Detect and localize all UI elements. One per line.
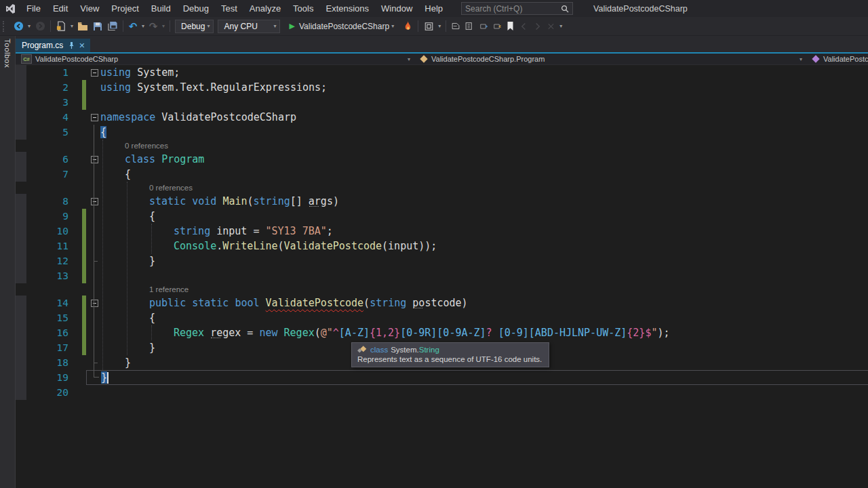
search-icon[interactable]: [561, 5, 569, 13]
collapse-toggle-icon[interactable]: [91, 300, 98, 307]
code-line-12[interactable]: 12}: [16, 253, 868, 268]
line-number[interactable]: 1: [26, 65, 68, 80]
tab-program-cs[interactable]: Program.cs ✕: [16, 39, 90, 52]
codelens-references[interactable]: 1 reference: [16, 283, 868, 296]
code-text[interactable]: public static bool ValidatePostcode(stri…: [99, 296, 468, 310]
search-box[interactable]: Search (Ctrl+Q): [461, 2, 573, 15]
code-line-10[interactable]: 10string input = "SY13 7BA";: [16, 224, 868, 239]
next-bookmark-button[interactable]: [530, 20, 544, 33]
code-editor[interactable]: 1using System;2using System.Text.Regular…: [16, 65, 868, 488]
code-text[interactable]: }: [99, 355, 131, 370]
code-text[interactable]: static void Main(string[] args): [99, 194, 339, 209]
line-number[interactable]: 2: [26, 80, 68, 95]
breakpoint-margin[interactable]: [16, 167, 26, 182]
start-debugging-button[interactable]: ▶ ValidatePostcodeCSharp ▾: [288, 19, 397, 34]
code-line-7[interactable]: 7{: [16, 167, 868, 182]
fold-margin[interactable]: [90, 198, 99, 205]
code-text[interactable]: string input = "SY13 7BA";: [99, 224, 333, 239]
chevron-down-icon[interactable]: ▾: [408, 56, 414, 62]
line-number[interactable]: 19: [26, 370, 68, 385]
toolbox-panel-tab[interactable]: Toolbox: [0, 36, 16, 488]
code-line-4[interactable]: 4namespace ValidatePostcodeCSharp: [16, 110, 868, 125]
codelens-references[interactable]: 0 references: [16, 140, 868, 152]
fold-margin[interactable]: [90, 69, 99, 77]
breakpoint-margin[interactable]: [16, 95, 26, 110]
code-text[interactable]: using System.Text.RegularExpressions;: [99, 80, 327, 95]
code-text[interactable]: Regex regex = new Regex(@"^[A-Z]{1,2}[0-…: [99, 325, 670, 340]
code-line-15[interactable]: 15{: [16, 310, 868, 325]
breakpoint-margin[interactable]: [16, 80, 26, 95]
toggle-bookmark-button[interactable]: [503, 20, 517, 33]
line-number[interactable]: 17: [26, 340, 68, 355]
new-file-dropdown-icon[interactable]: ▾: [68, 23, 75, 29]
line-number[interactable]: 13: [26, 268, 68, 283]
code-line-8[interactable]: 8static void Main(string[] args): [16, 194, 868, 209]
collapse-toggle-icon[interactable]: [91, 156, 98, 163]
menu-test[interactable]: Test: [215, 0, 243, 17]
chevron-down-icon[interactable]: ▾: [800, 56, 806, 62]
line-number[interactable]: 15: [26, 310, 68, 325]
navigate-forward-button[interactable]: [33, 19, 47, 34]
code-text[interactable]: Console.WriteLine(ValidatePostcode(input…: [99, 239, 437, 253]
code-line-5[interactable]: 5{: [16, 125, 868, 140]
toolbar-overflow-icon[interactable]: ▾: [557, 23, 564, 29]
new-file-button[interactable]: [54, 19, 68, 34]
redo-button[interactable]: ↷: [146, 20, 160, 33]
navigate-backward-dropdown-icon[interactable]: ▾: [26, 23, 33, 29]
open-folder-button[interactable]: [75, 19, 90, 34]
menu-edit[interactable]: Edit: [47, 0, 74, 17]
code-line-20[interactable]: 20: [16, 385, 868, 400]
code-line-19[interactable]: 19}: [16, 370, 868, 385]
menu-analyze[interactable]: Analyze: [243, 0, 287, 17]
code-text[interactable]: using System;: [99, 65, 180, 80]
comment-button[interactable]: [476, 20, 490, 33]
line-number[interactable]: 9: [26, 209, 68, 224]
solution-platforms-dropdown[interactable]: Any CPU ▾: [218, 20, 280, 33]
line-number[interactable]: 16: [26, 325, 68, 340]
collapse-toggle-icon[interactable]: [91, 114, 98, 121]
menu-help[interactable]: Help: [418, 0, 449, 17]
codelens-references[interactable]: 0 references: [16, 182, 868, 194]
fold-margin[interactable]: [90, 156, 99, 163]
find-in-files-button[interactable]: [421, 19, 436, 34]
hot-reload-button[interactable]: [400, 19, 415, 34]
breakpoint-margin[interactable]: [16, 253, 26, 268]
view-designer-button[interactable]: [462, 20, 476, 33]
line-number[interactable]: 5: [26, 125, 68, 140]
menu-file[interactable]: File: [20, 0, 47, 17]
menu-window[interactable]: Window: [375, 0, 418, 17]
clear-bookmarks-button[interactable]: [544, 20, 557, 33]
breadcrumb-class[interactable]: ValidatePostcodeCSharp.Program▾: [414, 54, 806, 64]
line-number[interactable]: 18: [26, 355, 68, 370]
line-number[interactable]: 8: [26, 194, 68, 209]
breakpoint-margin[interactable]: [16, 370, 26, 385]
breakpoint-margin[interactable]: [16, 239, 26, 253]
menu-project[interactable]: Project: [105, 0, 144, 17]
code-line-13[interactable]: 13: [16, 268, 868, 283]
menu-build[interactable]: Build: [145, 0, 177, 17]
line-number[interactable]: 4: [26, 110, 68, 125]
close-icon[interactable]: ✕: [79, 42, 85, 49]
line-number[interactable]: 6: [26, 152, 68, 167]
menu-view[interactable]: View: [74, 0, 105, 17]
code-line-14[interactable]: 14public static bool ValidatePostcode(st…: [16, 296, 868, 310]
undo-button[interactable]: ↶: [126, 20, 140, 33]
menu-extensions[interactable]: Extensions: [319, 0, 375, 17]
line-number[interactable]: 14: [26, 296, 68, 310]
line-number[interactable]: 12: [26, 253, 68, 268]
breakpoint-margin[interactable]: [16, 110, 26, 125]
line-number[interactable]: 10: [26, 224, 68, 239]
breakpoint-margin[interactable]: [16, 125, 26, 140]
navigate-backward-button[interactable]: [11, 19, 26, 34]
code-text[interactable]: {: [99, 167, 131, 182]
breakpoint-margin[interactable]: [16, 194, 26, 209]
breakpoint-margin[interactable]: [16, 355, 26, 370]
breakpoint-margin[interactable]: [16, 65, 26, 80]
breakpoint-margin[interactable]: [16, 296, 26, 310]
breakpoint-margin[interactable]: [16, 268, 26, 283]
code-text[interactable]: }: [100, 370, 108, 385]
code-line-11[interactable]: 11Console.WriteLine(ValidatePostcode(inp…: [16, 239, 868, 253]
code-line-16[interactable]: 16Regex regex = new Regex(@"^[A-Z]{1,2}[…: [16, 325, 868, 340]
collapse-toggle-icon[interactable]: [91, 198, 98, 205]
code-text[interactable]: {: [99, 125, 106, 140]
